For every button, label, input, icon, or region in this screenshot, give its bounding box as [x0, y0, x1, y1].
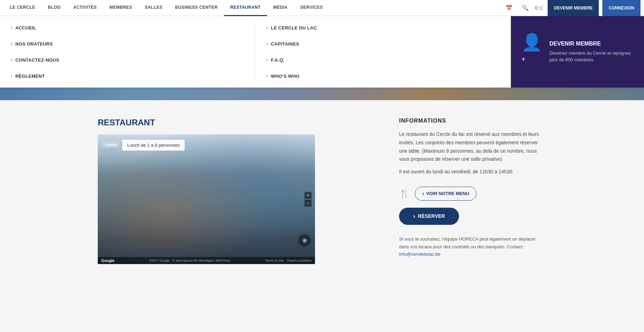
restaurant-title: RESTAURANT: [98, 118, 378, 127]
nav-item-activites[interactable]: ACTIVITÉS: [67, 0, 103, 16]
connexion-button[interactable]: CONNEXION: [602, 0, 640, 16]
nav-item-restaurant[interactable]: RESTAURANT: [224, 0, 267, 16]
nav-item-media[interactable]: MÉDIA: [267, 0, 294, 16]
restaurant-img-bg: [98, 134, 315, 264]
dropdown-col-1: ACCUEIL NOS ORATEURS CONTACTEZ-NOUS RÈGL…: [0, 16, 255, 88]
add-user-icon: 👤+: [521, 33, 542, 71]
top-navigation: LE CERCLE BLOG ACTIVITÉS MEMBRES SALLES …: [0, 0, 644, 16]
dropdown-cercle-du-lac[interactable]: LE CERCLE DU LAC: [256, 20, 511, 36]
dropdown-faq[interactable]: F.A.Q.: [256, 52, 511, 68]
dropdown-accueil[interactable]: ACCUEIL: [0, 20, 255, 36]
info-paragraph-1: Le restaurant du Cercle du lac est réser…: [399, 130, 546, 164]
dropdown-whos-who[interactable]: WHO'S WHO: [256, 68, 511, 84]
info-hours: Il est ouvert du lundi au vendredi, de 1…: [399, 168, 546, 176]
google-logo: Google: [101, 258, 115, 263]
dropdown-capitaines[interactable]: CAPITAINES: [256, 36, 511, 52]
search-icon[interactable]: 🔍: [519, 2, 532, 14]
cart-count: 0: [535, 5, 537, 11]
left-column: RESTAURANT Cercle Lunch de 1 à 8 personn…: [98, 118, 378, 264]
nav-item-business-center[interactable]: BUSINESS CENTER: [169, 0, 224, 16]
promo-description: Devenez membre du Cercle et rejoignez pl…: [549, 50, 633, 63]
info-title: INFORMATIONS: [399, 118, 546, 124]
menu-row: 🍴 VOIR NOTRE MENU: [399, 187, 546, 201]
content-wrapper: RESTAURANT Cercle Lunch de 1 à 8 personn…: [77, 118, 567, 264]
terms-of-use-link[interactable]: Terms of Use: [265, 259, 283, 262]
promo-text-block: DEVENIR MEMBRE Devenez membre du Cercle …: [549, 41, 633, 63]
promo-title: DEVENIR MEMBRE: [549, 41, 633, 47]
compass-icon[interactable]: ⊕: [298, 234, 311, 247]
info-bottom-text: Si vous le souhaitez, l'équipe HORECA pe…: [399, 235, 546, 251]
nav-items: LE CERCLE BLOG ACTIVITÉS MEMBRES SALLES …: [4, 0, 503, 16]
lunch-tooltip: Lunch de 1 à 8 personnes: [122, 140, 185, 151]
copyright-text: ©2017 Google · © Jean-Ignace de Villenfa…: [149, 259, 231, 262]
cutlery-icon: 🍴: [399, 189, 410, 199]
nav-item-le-cercle[interactable]: LE CERCLE: [4, 0, 42, 16]
dropdown-menu: ACCUEIL NOS ORATEURS CONTACTEZ-NOUS RÈGL…: [0, 16, 644, 88]
terms-links: Terms of Use Report a problem: [265, 259, 311, 262]
nav-item-salles[interactable]: SALLES: [138, 0, 169, 16]
dropdown-promo-block: 👤+ DEVENIR MEMBRE Devenez membre du Cerc…: [511, 16, 644, 88]
brand-label: Cercle: [102, 141, 119, 148]
nav-item-blog[interactable]: BLOG: [42, 0, 67, 16]
image-footer: Google ©2017 Google · © Jean-Ignace de V…: [98, 257, 315, 264]
right-column: INFORMATIONS Le restaurant du Cercle du …: [399, 118, 546, 264]
restaurant-image: Cercle Lunch de 1 à 8 personnes View on …: [98, 134, 315, 264]
dropdown-contactez-nous[interactable]: CONTACTEZ-NOUS: [0, 52, 255, 68]
nav-item-membres[interactable]: MEMBRES: [103, 0, 138, 16]
cart-widget[interactable]: 0 🛒: [535, 5, 544, 11]
zoom-out-button[interactable]: −: [304, 200, 311, 207]
dropdown-col-2: LE CERCLE DU LAC CAPITAINES F.A.Q. WHO'S…: [256, 16, 511, 88]
nav-right: 📅 🔍 0 🛒 DEVENIR MEMBRE CONNEXION: [503, 0, 640, 16]
cart-icon: 🛒: [539, 5, 544, 11]
nav-item-services[interactable]: SERVICES: [294, 0, 329, 16]
reserver-button[interactable]: RÉSERVER: [399, 208, 459, 225]
calendar-icon[interactable]: 📅: [503, 2, 515, 14]
image-controls: + −: [304, 192, 311, 207]
view-on-label: View on: [102, 148, 114, 152]
devenir-membre-button[interactable]: DEVENIR MEMBRE: [548, 0, 599, 16]
voir-notre-menu-button[interactable]: VOIR NOTRE MENU: [415, 187, 477, 201]
dropdown-reglement[interactable]: RÈGLEMENT: [0, 68, 255, 84]
main-content: RESTAURANT Cercle Lunch de 1 à 8 personn…: [0, 100, 644, 310]
zoom-in-button[interactable]: +: [304, 192, 311, 199]
dropdown-nos-orateurs[interactable]: NOS ORATEURS: [0, 36, 255, 52]
contact-email-link[interactable]: info@cercledulac.be: [399, 251, 440, 257]
report-problem-link[interactable]: Report a problem: [287, 259, 311, 262]
